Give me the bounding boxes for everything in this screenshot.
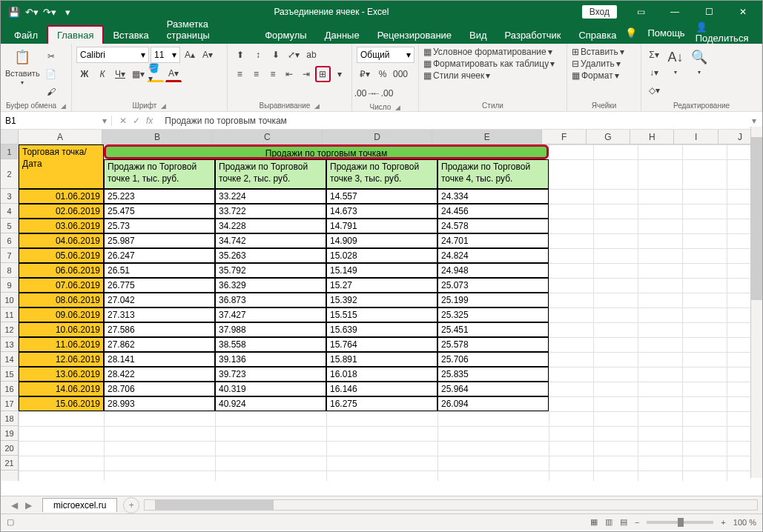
data-cell[interactable]: 25.451 <box>437 322 549 337</box>
col-header[interactable]: H <box>630 130 674 144</box>
font-name-combo[interactable]: Calibri▾ <box>76 47 149 63</box>
data-cell[interactable]: 14.557 <box>326 189 437 204</box>
date-cell[interactable]: 02.06.2019 <box>19 204 104 219</box>
data-cell[interactable]: 24.701 <box>437 233 549 248</box>
data-cell[interactable]: 16.146 <box>326 382 437 396</box>
decimal-dec-icon[interactable]: ←.00 <box>374 85 391 102</box>
row-header[interactable]: 4 <box>1 204 18 219</box>
italic-button[interactable]: К <box>94 66 110 82</box>
scrollbar-vertical[interactable] <box>750 127 762 478</box>
maximize-icon[interactable]: ☐ <box>693 1 725 22</box>
conditional-format-button[interactable]: ▦ Условное форматирование▾ <box>423 47 562 57</box>
col-header[interactable]: E <box>432 130 542 144</box>
data-cell[interactable]: 25.199 <box>437 293 549 307</box>
row-header[interactable]: 14 <box>1 352 18 367</box>
data-cell[interactable]: 39.723 <box>215 367 326 382</box>
enter-formula-icon[interactable]: ✓ <box>133 116 140 126</box>
number-format-combo[interactable]: Общий▾ <box>357 47 414 63</box>
data-cell[interactable]: 25.987 <box>104 233 215 248</box>
data-cell[interactable]: 38.558 <box>215 337 326 352</box>
tab-home[interactable]: Главная <box>47 25 104 44</box>
data-cell[interactable]: 14.673 <box>326 204 437 219</box>
data-cell[interactable]: 15.764 <box>326 337 437 352</box>
zoom-level[interactable]: 100 % <box>733 518 756 527</box>
data-cell[interactable]: 28.141 <box>104 352 215 367</box>
name-box[interactable]: B1▾ <box>1 116 112 126</box>
view-layout-icon[interactable]: ▥ <box>605 517 612 527</box>
format-table-button[interactable]: ▦ Форматировать как таблицу▾ <box>423 59 562 69</box>
row-header[interactable]: 8 <box>1 263 18 278</box>
clipboard-launcher[interactable]: ◢ <box>61 102 66 110</box>
data-cell[interactable]: 26.775 <box>104 278 215 293</box>
data-cell[interactable]: 33.224 <box>215 189 326 204</box>
col-header[interactable]: C <box>213 130 323 144</box>
orientation-icon[interactable]: ⤢▾ <box>285 47 302 63</box>
zoom-slider[interactable] <box>647 521 713 524</box>
row-header[interactable]: 12 <box>1 322 18 337</box>
fill-color-icon[interactable]: 🪣▾ <box>148 66 164 82</box>
data-cell[interactable]: 36.873 <box>215 293 326 307</box>
data-cell[interactable]: 25.73 <box>104 219 215 233</box>
fill-icon[interactable]: ↓▾ <box>646 64 662 81</box>
header-col-cell[interactable]: Продажи по Торговой точке 2, тыс. руб. <box>215 159 326 189</box>
underline-button[interactable]: Ч▾ <box>112 66 128 82</box>
row-header[interactable]: 7 <box>1 248 18 263</box>
date-cell[interactable]: 04.06.2019 <box>19 233 104 248</box>
data-cell[interactable]: 14.909 <box>326 233 437 248</box>
tab-formulas[interactable]: Формулы <box>256 27 316 44</box>
scrollbar-horizontal[interactable] <box>144 499 758 511</box>
align-launcher[interactable]: ◢ <box>314 102 320 110</box>
comma-icon[interactable]: 000 <box>392 66 409 82</box>
tab-file[interactable]: Файл <box>5 27 47 44</box>
view-normal-icon[interactable]: ▦ <box>590 517 598 527</box>
data-cell[interactable]: 37.988 <box>215 322 326 337</box>
delete-cells-button[interactable]: ⊟ Удалить ▾ <box>572 59 636 69</box>
tell-me-icon[interactable]: 💡 <box>625 27 637 39</box>
row-header[interactable]: 9 <box>1 278 18 293</box>
data-cell[interactable]: 24.578 <box>437 219 549 233</box>
row-header[interactable]: 11 <box>1 307 18 322</box>
data-cell[interactable]: 36.329 <box>215 278 326 293</box>
currency-icon[interactable]: ₽▾ <box>357 66 373 82</box>
data-cell[interactable]: 34.742 <box>215 233 326 248</box>
sheet-tab[interactable]: microexcel.ru <box>42 498 117 512</box>
data-cell[interactable]: 40.319 <box>215 382 326 396</box>
indent-increase-icon[interactable]: ⇥ <box>299 66 314 82</box>
col-header[interactable]: I <box>674 130 718 144</box>
data-cell[interactable]: 35.263 <box>215 248 326 263</box>
row-header[interactable]: 13 <box>1 337 18 352</box>
date-cell[interactable]: 10.06.2019 <box>19 322 104 337</box>
date-cell[interactable]: 09.06.2019 <box>19 307 104 322</box>
save-icon[interactable]: 💾 <box>7 4 22 19</box>
tab-pagelayout[interactable]: Разметка страницы <box>158 16 256 44</box>
tab-review[interactable]: Рецензирование <box>369 27 460 44</box>
data-cell[interactable]: 25.578 <box>437 337 549 352</box>
find-select-button[interactable]: 🔍▾ <box>689 47 710 100</box>
date-cell[interactable]: 08.06.2019 <box>19 293 104 307</box>
header-col-cell[interactable]: Продажи по Торговой точке 3, тыс. руб. <box>326 159 437 189</box>
tab-developer[interactable]: Разработчик <box>496 27 570 44</box>
help-link[interactable]: Помощь <box>647 27 684 39</box>
ribbon-options-icon[interactable]: ▭ <box>624 1 657 22</box>
select-all-corner[interactable] <box>1 130 19 144</box>
data-cell[interactable]: 15.392 <box>326 293 437 307</box>
data-cell[interactable]: 25.835 <box>437 367 549 382</box>
clear-icon[interactable]: ◇▾ <box>646 82 662 99</box>
row-header[interactable]: 16 <box>1 382 18 396</box>
col-header[interactable]: D <box>323 130 432 144</box>
bold-button[interactable]: Ж <box>76 66 93 82</box>
date-cell[interactable]: 05.06.2019 <box>19 248 104 263</box>
paste-button[interactable]: 📋Вставить▾ <box>5 47 40 86</box>
data-cell[interactable]: 14.791 <box>326 219 437 233</box>
font-launcher[interactable]: ◢ <box>161 102 166 110</box>
align-left-icon[interactable]: ≡ <box>232 66 247 82</box>
data-cell[interactable]: 15.27 <box>326 278 437 293</box>
percent-icon[interactable]: % <box>374 66 391 82</box>
data-cell[interactable]: 25.223 <box>104 189 215 204</box>
close-icon[interactable]: ✕ <box>727 1 759 22</box>
data-cell[interactable]: 35.792 <box>215 263 326 278</box>
date-cell[interactable]: 11.06.2019 <box>19 337 104 352</box>
autosum-icon[interactable]: Σ▾ <box>646 47 662 63</box>
formula-content[interactable]: Продажи по торговым точкам <box>160 116 746 126</box>
minimize-icon[interactable]: — <box>658 1 691 22</box>
